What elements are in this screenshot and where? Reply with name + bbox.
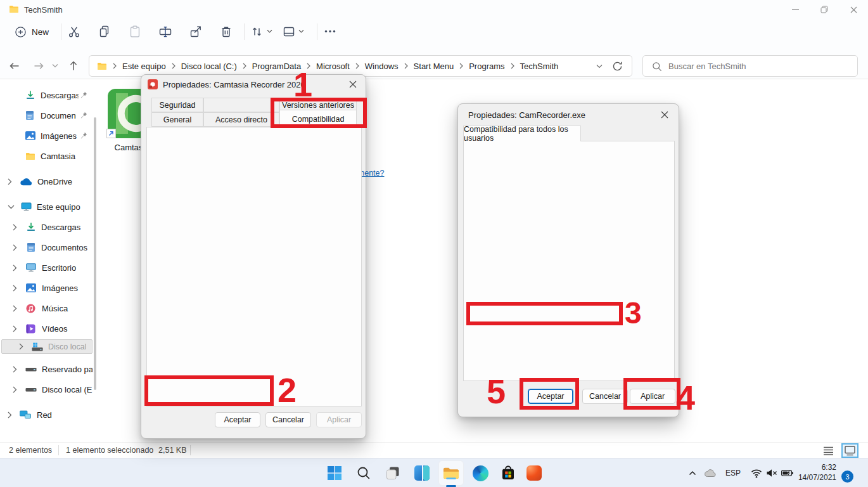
chevron-right-icon [13,224,17,231]
minimize-button[interactable] [781,0,810,19]
videos-icon [26,324,35,334]
button-label: Cancelar [272,415,304,424]
annotation-number-5: 5 [487,374,506,408]
cut-icon[interactable] [68,25,80,38]
dialog-close-icon[interactable] [344,77,362,91]
apply-button: Aplicar [316,412,362,427]
chevron-right-icon [13,244,17,251]
tab-detalles[interactable] [203,98,279,112]
sidebar-item-onedrive[interactable]: OneDrive [1,172,93,191]
file-explorer-icon[interactable] [443,465,459,481]
sidebar-item-label: Descargas [41,223,92,232]
annotation-box-step4 [623,378,680,410]
drive-icon [25,365,37,373]
music-icon [26,304,35,313]
breadcrumb-item[interactable]: TechSmith [520,62,559,71]
taskbar-search-icon[interactable] [355,465,372,481]
sidebar-item-camtasia[interactable]: Camtasia [1,146,93,166]
pin-icon [80,132,87,139]
sidebar-item-descargas[interactable]: Descargas [1,218,93,237]
pictures-icon [26,283,36,292]
toolbar-separator [61,23,61,40]
start-button-icon[interactable] [326,465,343,481]
task-view-icon[interactable] [385,465,401,481]
edge-icon[interactable] [472,465,488,481]
breadcrumb-item[interactable]: Start Menu [414,62,454,71]
restore-button[interactable] [810,0,839,19]
breadcrumb-item[interactable]: Este equipo [122,62,166,71]
sidebar-item-documentos[interactable]: Documentos [1,238,93,257]
microsoft-store-icon[interactable] [500,465,516,481]
delete-icon[interactable] [220,25,233,38]
sidebar-item-descargas-pinned[interactable]: Descargas [1,86,93,105]
ok-button[interactable]: Aceptar [215,412,260,427]
sidebar-item-label: Reservado para [42,365,93,374]
breadcrumb-item[interactable]: Disco local (C:) [181,62,237,71]
sidebar-item-label: Música [42,304,93,313]
up-icon[interactable] [68,60,79,72]
battery-charging-icon[interactable] [781,465,795,481]
sidebar-item-documentos-pinned[interactable]: Documentos [1,106,93,125]
tab-compatibilidad-todos[interactable]: Compatibilidad para todos los usuarios [463,126,581,141]
view-icon[interactable] [283,25,295,38]
dialog-close-icon[interactable] [656,108,673,122]
search-icon [652,62,662,72]
onedrive-tray-icon[interactable] [703,465,717,481]
sidebar-item-reservado[interactable]: Reservado para [1,360,93,379]
sidebar-item-red[interactable]: Red [1,405,93,424]
breadcrumb-item[interactable]: Windows [365,62,399,71]
sidebar-item-imagenes-pinned[interactable]: Imágenes [1,126,93,145]
wifi-icon[interactable] [750,465,763,481]
status-selection-size: 2,51 KB [158,446,186,455]
refresh-icon[interactable] [612,61,623,72]
sidebar-item-label: OneDrive [37,177,82,186]
tray-clock[interactable]: 6:32 14/07/2021 [798,462,836,483]
back-icon[interactable] [9,60,20,72]
sidebar-item-videos[interactable]: Vídeos [1,319,93,338]
button-label: Aplicar [327,415,351,424]
volume-muted-icon[interactable] [765,465,778,481]
share-icon[interactable] [189,25,202,38]
address-bar[interactable]: Este equipo Disco local (C:) ProgramData… [89,55,632,77]
sidebar-item-label: Descargas [41,91,79,100]
tray-chevron-up-icon[interactable] [688,465,697,481]
sidebar-item-este-equipo[interactable]: Este equipo [1,197,93,216]
tab-label: Seguridad [160,101,196,110]
tab-general[interactable]: General [151,112,203,127]
address-chevron-icon[interactable] [596,64,603,69]
tab-seguridad[interactable]: Seguridad [151,98,203,112]
breadcrumb-item[interactable]: Programs [469,62,504,71]
sidebar-scrollbar[interactable] [94,117,96,390]
sidebar-item-disco-local-c[interactable]: Disco local (C:) [1,339,93,354]
notification-badge[interactable]: 3 [841,471,853,483]
sidebar-item-imagenes[interactable]: Imágenes [1,278,93,297]
sort-icon[interactable] [251,25,264,38]
chevron-down-icon [267,29,272,34]
new-button[interactable]: New [9,23,55,41]
cancel-button[interactable]: Cancelar [265,412,311,427]
sidebar-item-disco-local-e[interactable]: Disco local (E:) [1,380,93,399]
download-icon [26,222,36,232]
history-chevron-icon[interactable] [52,63,58,68]
more-options-icon[interactable] [324,30,336,33]
sidebar-item-label: Imágenes [41,131,77,141]
close-button[interactable] [839,0,868,19]
widgets-icon[interactable] [414,465,430,481]
sidebar-item-escritorio[interactable]: Escritorio [1,258,93,277]
search-input[interactable] [668,56,852,75]
search-box[interactable] [642,55,858,77]
cancel-button[interactable]: Cancelar [582,389,628,404]
annotation-box-step1 [271,98,367,128]
large-icons-view-icon[interactable] [841,443,858,458]
office-icon[interactable] [526,465,542,481]
details-view-icon[interactable] [823,446,834,455]
sidebar-item-musica[interactable]: Música [1,299,93,318]
breadcrumb-item[interactable]: Microsoft [316,62,350,71]
copy-icon[interactable] [98,25,111,38]
tab-acceso-directo[interactable]: Acceso directo [203,112,279,127]
chevron-down-icon [298,29,304,34]
rename-icon[interactable] [159,25,172,38]
tray-language[interactable]: ESP [724,465,743,481]
annotation-box-step2 [144,375,274,406]
shortcut-arrow-icon [106,129,116,138]
